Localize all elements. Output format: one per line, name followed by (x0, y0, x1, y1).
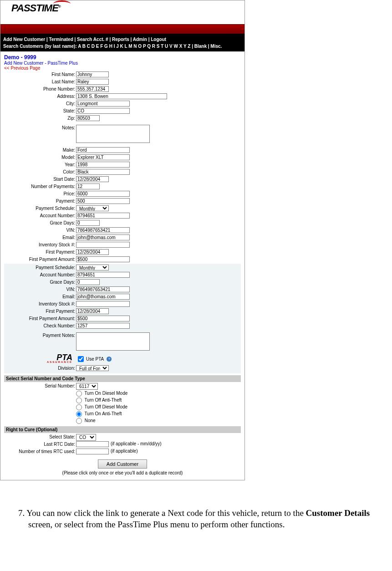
pta-row: PTA ASSURANCE Use PTA ? (4, 354, 241, 363)
grace-label: Grace Days: (4, 220, 76, 225)
schedule-select[interactable]: Monthly (76, 205, 109, 211)
grace-input[interactable] (76, 220, 100, 226)
price-label: Price: (4, 191, 76, 196)
account-input[interactable] (76, 213, 130, 219)
dealer-name: Demo - 9999 (4, 54, 241, 61)
pta-logo: PTA ASSURANCE (4, 354, 76, 363)
division-label: Division: (4, 365, 76, 371)
first-amount-label: First Payment Amount: (4, 256, 76, 262)
check-label: Check Number: (4, 323, 76, 328)
first-amount2-label: First Payment Amount: (4, 316, 76, 321)
state-input[interactable] (76, 108, 130, 114)
use-pta-label: Use PTA (86, 357, 104, 362)
price-input[interactable] (76, 191, 130, 197)
code-type-radio[interactable] (76, 418, 82, 424)
first-name-input[interactable] (76, 71, 109, 77)
first-name-label: First Name: (4, 71, 76, 77)
num-payments-input[interactable] (76, 184, 100, 189)
vin2-input[interactable] (76, 286, 130, 292)
vin-input[interactable] (76, 227, 130, 233)
first-amount2-input[interactable] (76, 316, 130, 321)
rtc-state-select[interactable]: CO (76, 434, 96, 441)
zip-input[interactable] (76, 115, 100, 121)
num-payments-label: Number of Payments: (4, 184, 76, 189)
grace2-label: Grace Days: (4, 279, 76, 285)
notes-label: Notes: (4, 125, 76, 130)
stock2-input[interactable] (76, 301, 130, 307)
account2-label: Account Number: (4, 272, 76, 277)
email2-label: Email: (4, 294, 76, 299)
code-type-radio[interactable] (76, 411, 82, 417)
rtc-times-input[interactable] (76, 449, 109, 454)
notes-input[interactable] (76, 125, 150, 143)
customer-form: First Name: Last Name: Phone Number: Add… (4, 71, 241, 475)
city-input[interactable] (76, 101, 130, 107)
rtc-state-label: Select State: (4, 434, 76, 439)
rtc-date-label: Last RTC Date: (4, 441, 76, 447)
address-input[interactable] (76, 93, 167, 99)
grace2-input[interactable] (76, 279, 100, 285)
header: PASSTIME® (0, 0, 244, 24)
rtc-times-hint: (if applicable) (111, 449, 137, 454)
check-input[interactable] (76, 323, 130, 329)
footer-note: (Please click only once or else you'll a… (4, 470, 241, 475)
year-label: Year: (4, 162, 76, 167)
schedule-label: Payment Schedule: (4, 205, 76, 211)
payment-section-2: Payment Schedule:Monthly Account Number:… (4, 264, 241, 373)
email-input[interactable] (76, 235, 130, 240)
model-label: Model: (4, 154, 76, 160)
rtc-date-input[interactable] (76, 441, 109, 447)
payment-notes-label: Payment Notes: (4, 332, 76, 338)
model-input[interactable] (76, 154, 130, 160)
make-input[interactable] (76, 147, 130, 153)
payment-input[interactable] (76, 198, 130, 204)
first-payment-input[interactable] (76, 249, 109, 255)
payment-notes-input[interactable] (76, 332, 150, 351)
address-label: Address: (4, 93, 76, 99)
code-type-option[interactable]: Turn On Anti-Theft (76, 411, 241, 418)
last-name-input[interactable] (76, 79, 109, 85)
schedule2-label: Payment Schedule: (4, 265, 76, 270)
color-label: Color: (4, 169, 76, 174)
stock-label: Inventory Stock #: (4, 242, 76, 247)
code-type-option[interactable]: Turn Off Diesel Mode (76, 404, 241, 411)
nav-line2[interactable]: Search Customers (by last name): A B C D… (3, 44, 222, 49)
code-type-option[interactable]: None (76, 418, 241, 424)
schedule2-select[interactable]: Monthly (76, 265, 109, 270)
code-type-option[interactable]: Turn Off Anti-Theft (76, 397, 241, 404)
use-pta-checkbox[interactable] (78, 356, 84, 362)
stock2-label: Inventory Stock #: (4, 301, 76, 306)
stock-input[interactable] (76, 242, 130, 248)
serial-select[interactable]: 6117 (76, 383, 98, 390)
year-input[interactable] (76, 162, 130, 168)
account-label: Account Number: (4, 213, 76, 218)
logo-swoosh-icon (53, 0, 71, 7)
nav-line1[interactable]: Add New Customer | Terminated | Search A… (3, 37, 166, 42)
start-date-input[interactable] (76, 176, 109, 182)
color-input[interactable] (76, 169, 130, 175)
phone-input[interactable] (76, 86, 109, 92)
code-type-radio[interactable] (76, 391, 82, 397)
zip-label: Zip: (4, 115, 76, 121)
add-customer-button[interactable]: Add Customer (98, 459, 147, 469)
serial-section-header: Select Serial Number and Code Type (4, 375, 241, 382)
email2-input[interactable] (76, 294, 130, 300)
help-icon[interactable]: ? (107, 357, 112, 362)
division-select[interactable]: Full of Fords (76, 365, 109, 371)
code-type-radio[interactable] (76, 398, 82, 403)
code-type-radio[interactable] (76, 404, 82, 410)
make-label: Make: (4, 147, 76, 153)
email-label: Email: (4, 235, 76, 240)
previous-page-link[interactable]: << Previous Page (4, 66, 241, 71)
passtime-logo: PASSTIME® (11, 2, 244, 14)
first-amount-input[interactable] (76, 256, 130, 262)
phone-label: Phone Number: (4, 86, 76, 92)
instruction-step-7: 7. You can now click the link to generat… (2, 508, 388, 530)
first-payment2-input[interactable] (76, 308, 109, 314)
page-subtitle: Add New Customer - PassTime Plus (4, 61, 241, 66)
city-label: City: (4, 101, 76, 106)
red-bar (0, 24, 244, 34)
rtc-section-header: Right to Cure (Optional) (4, 426, 241, 433)
code-type-option[interactable]: Turn On Diesel Mode (76, 390, 241, 397)
account2-input[interactable] (76, 272, 130, 278)
